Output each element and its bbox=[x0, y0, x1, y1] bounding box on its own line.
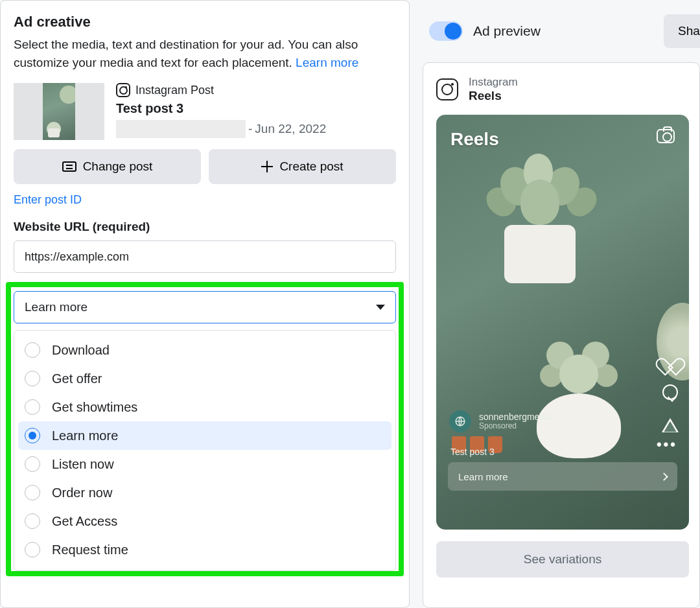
website-url-label: Website URL (required) bbox=[14, 220, 396, 234]
preview-cta-label: Learn more bbox=[458, 471, 508, 482]
post-thumbnail bbox=[14, 83, 104, 140]
like-icon[interactable] bbox=[662, 351, 679, 366]
radio-icon bbox=[25, 456, 40, 472]
chevron-right-icon bbox=[660, 473, 668, 481]
see-variations-button[interactable]: See variations bbox=[436, 541, 689, 578]
cta-option-get-access[interactable]: Get Access bbox=[18, 507, 391, 535]
post-meta: Instagram Post Test post 3 - Jun 22, 202… bbox=[116, 83, 396, 138]
preview-image-plant-2 bbox=[508, 316, 650, 458]
cta-option-get-offer[interactable]: Get offer bbox=[18, 364, 391, 393]
change-post-label: Change post bbox=[83, 159, 153, 174]
cta-selected-label: Learn more bbox=[25, 300, 88, 314]
ad-preview-toggle[interactable] bbox=[429, 21, 463, 41]
reels-preview: Reels bbox=[436, 115, 689, 530]
cta-option-label: Download bbox=[52, 343, 110, 358]
radio-icon bbox=[25, 428, 40, 443]
placement-header: Instagram Reels bbox=[436, 76, 689, 103]
plus-icon bbox=[261, 161, 273, 172]
cta-option-get-showtimes[interactable]: Get showtimes bbox=[18, 393, 391, 421]
learn-more-link[interactable]: Learn more bbox=[296, 56, 358, 69]
cta-option-request-time[interactable]: Request time bbox=[18, 535, 391, 564]
comment-icon[interactable] bbox=[662, 384, 678, 400]
post-title: Test post 3 bbox=[116, 101, 396, 116]
cta-option-label: Order now bbox=[52, 485, 112, 500]
create-post-label: Create post bbox=[279, 159, 343, 174]
ad-preview-label: Ad preview bbox=[473, 23, 541, 39]
radio-icon bbox=[25, 513, 40, 529]
cta-option-label: Request time bbox=[52, 543, 128, 557]
post-date: Jun 22, 2022 bbox=[255, 122, 326, 136]
cta-option-label: Get showtimes bbox=[52, 400, 137, 415]
more-icon[interactable]: ••• bbox=[657, 436, 677, 453]
post-date-prefix: - bbox=[248, 122, 252, 136]
share-button[interactable]: Sha bbox=[664, 14, 700, 48]
camera-icon bbox=[657, 129, 675, 143]
cta-option-learn-more[interactable]: Learn more bbox=[18, 421, 391, 450]
avatar bbox=[449, 410, 471, 432]
placement-name: Reels bbox=[469, 89, 518, 103]
instagram-icon bbox=[436, 78, 458, 100]
website-url-input[interactable] bbox=[14, 240, 396, 273]
chevron-down-icon bbox=[376, 305, 385, 310]
radio-icon bbox=[25, 485, 40, 500]
preview-header: Ad preview Sha bbox=[423, 0, 700, 62]
post-icon bbox=[62, 161, 76, 172]
enter-post-id-link[interactable]: Enter post ID bbox=[14, 193, 82, 207]
cta-options-list: Download Get offer Get showtimes Learn m… bbox=[14, 330, 396, 571]
cta-option-order-now[interactable]: Order now bbox=[18, 478, 391, 507]
sponsored-label: Sponsored bbox=[479, 422, 552, 431]
cta-option-label: Learn more bbox=[52, 428, 118, 443]
cta-option-label: Get offer bbox=[52, 371, 102, 386]
radio-icon bbox=[25, 371, 40, 386]
preview-caption: Test post 3 bbox=[450, 447, 495, 457]
preview-cta-button[interactable]: Learn more bbox=[448, 462, 677, 491]
cta-highlight-region: Learn more Download Get offer Get showti… bbox=[6, 282, 404, 576]
cta-option-listen-now[interactable]: Listen now bbox=[18, 450, 391, 478]
share-icon[interactable] bbox=[662, 418, 679, 432]
account-name: sonnenbergmedia bbox=[479, 412, 552, 422]
cta-option-label: Get Access bbox=[52, 514, 117, 529]
radio-icon bbox=[25, 342, 40, 358]
preview-image-plant-1 bbox=[469, 141, 611, 283]
post-platform-label: Instagram Post bbox=[135, 84, 214, 97]
cta-option-label: Listen now bbox=[52, 457, 114, 472]
post-author-redacted bbox=[116, 120, 246, 138]
section-title: Ad creative bbox=[14, 14, 396, 30]
preview-card: Instagram Reels Reels bbox=[423, 62, 700, 608]
reels-action-icons bbox=[662, 351, 679, 432]
preview-column: Ad preview Sha Instagram Reels Reels bbox=[423, 0, 700, 608]
placement-platform: Instagram bbox=[469, 76, 518, 89]
section-description: Select the media, text and destination f… bbox=[14, 36, 396, 71]
ad-creative-panel: Ad creative Select the media, text and d… bbox=[0, 0, 410, 608]
radio-icon bbox=[25, 542, 40, 557]
preview-account: sonnenbergmedia Sponsored bbox=[449, 410, 552, 432]
change-post-button[interactable]: Change post bbox=[14, 149, 201, 184]
instagram-icon bbox=[116, 83, 130, 97]
selected-post-row: Instagram Post Test post 3 - Jun 22, 202… bbox=[14, 83, 396, 140]
create-post-button[interactable]: Create post bbox=[209, 149, 396, 184]
cta-dropdown[interactable]: Learn more bbox=[14, 291, 396, 323]
radio-icon bbox=[25, 399, 40, 415]
cta-option-download[interactable]: Download bbox=[18, 336, 391, 364]
